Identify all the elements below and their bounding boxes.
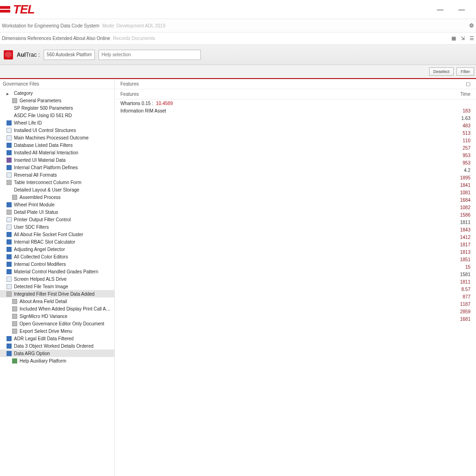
sidebar-item[interactable]: Data ARG Option bbox=[0, 350, 114, 357]
sidebar-item[interactable]: ▸Category bbox=[0, 89, 114, 97]
gray-icon bbox=[12, 299, 17, 304]
sidebar-item[interactable]: SignMicro HD Variance bbox=[0, 312, 114, 320]
table-row[interactable]: 1811 bbox=[115, 278, 476, 285]
sidebar-item[interactable]: Help Auxiliary Platform bbox=[0, 357, 114, 364]
sidebar-item[interactable]: Installed All Material Interaction bbox=[0, 149, 114, 156]
sidebar-item[interactable]: Internal Chart Platform Defines bbox=[0, 164, 114, 171]
sidebar-item[interactable]: Internal RBAC Slot Calculator bbox=[0, 238, 114, 245]
table-row[interactable]: Whartons 0.15 :10.4589 bbox=[115, 99, 476, 107]
brand-strip: TEL — — bbox=[0, 0, 476, 19]
close-panel-icon[interactable]: ▢ bbox=[466, 81, 470, 87]
table-row[interactable]: 1581 bbox=[115, 271, 476, 278]
table-row[interactable]: 1895 bbox=[115, 174, 476, 181]
table-row[interactable]: Information RIM Asset183 bbox=[115, 107, 476, 114]
sidebar-item-label: Integrated Filter First Drive Data Added bbox=[14, 291, 94, 297]
row-value: 1081 bbox=[452, 190, 470, 195]
table-row[interactable]: 1187 bbox=[115, 300, 476, 308]
table-row[interactable]: 1684 bbox=[115, 196, 476, 204]
box-icon bbox=[7, 284, 12, 289]
title-text: Workstation for Engineering Data Code Sy… bbox=[2, 23, 99, 28]
table-row[interactable]: 257 bbox=[115, 144, 476, 152]
col-features: Features bbox=[120, 92, 452, 97]
table-row[interactable]: 483 bbox=[115, 122, 476, 129]
table-row[interactable]: 1817 bbox=[115, 241, 476, 248]
sidebar-item[interactable]: Installed UI Control Structures bbox=[0, 126, 114, 134]
sidebar-item[interactable]: Internal Control Modifiers bbox=[0, 260, 114, 268]
sidebar-item[interactable]: General Parameters bbox=[0, 97, 114, 104]
gray-icon bbox=[12, 314, 17, 319]
sidebar-item[interactable]: All Collected Color Editors bbox=[0, 253, 114, 260]
table-row[interactable]: 8.57 bbox=[115, 285, 476, 293]
sidebar-item[interactable]: Export Select Drive Menu bbox=[0, 327, 114, 335]
table-row[interactable]: 1843 bbox=[115, 226, 476, 233]
gray-icon bbox=[12, 195, 17, 200]
sidebar-item[interactable]: ASDC File Using ID 561 RD bbox=[0, 112, 114, 119]
menu-text[interactable]: Dimensions References Extended About Als… bbox=[2, 36, 110, 41]
row-value: 1841 bbox=[452, 183, 470, 188]
sidebar-item[interactable]: SP Register 500 Parameters bbox=[0, 104, 114, 112]
table-row[interactable]: 110 bbox=[115, 137, 476, 144]
sidebar-item[interactable]: Main Machines Processed Outcome bbox=[0, 134, 114, 141]
menu-faded[interactable]: Records Documents bbox=[113, 36, 155, 41]
table-row[interactable]: 1586 bbox=[115, 211, 476, 218]
table-row[interactable]: 953 bbox=[115, 152, 476, 159]
sidebar-item[interactable]: Open Governance Editor Only Document bbox=[0, 320, 114, 327]
table-row[interactable]: 4.2 bbox=[115, 166, 476, 174]
sidebar-item[interactable]: Assembled Process bbox=[0, 193, 114, 201]
collapse-icon[interactable]: ⇲ bbox=[461, 35, 465, 41]
sidebar-item[interactable]: Detected File Team Image bbox=[0, 283, 114, 290]
toolbar-input-b[interactable] bbox=[99, 50, 201, 60]
sidebar-item[interactable]: Reversal All Formats bbox=[0, 171, 114, 178]
layout-icon[interactable]: ▦ bbox=[451, 35, 456, 41]
sidebar-item[interactable]: Wheel Life ID bbox=[0, 119, 114, 126]
table-row[interactable]: 953 bbox=[115, 159, 476, 166]
table-row[interactable]: 1.63 bbox=[115, 114, 476, 122]
table-row[interactable]: 1681 bbox=[115, 315, 476, 323]
table-row[interactable]: 513 bbox=[115, 129, 476, 137]
sidebar-item[interactable]: Included When Added Display Print Call A… bbox=[0, 305, 114, 312]
table-row[interactable]: 1851 bbox=[115, 256, 476, 263]
sidebar-item[interactable]: Printer Output Filter Control bbox=[0, 216, 114, 223]
table-row[interactable]: 877 bbox=[115, 293, 476, 300]
filter-button[interactable]: Filter bbox=[456, 67, 474, 76]
row-value: 1581 bbox=[452, 272, 470, 277]
restore-button[interactable]: — bbox=[458, 6, 465, 13]
sidebar-item[interactable]: Adjusting Angel Detector bbox=[0, 245, 114, 253]
sidebar-item[interactable]: ADR Legal Edit Data Filtered bbox=[0, 335, 114, 342]
sidebar-item[interactable]: Screen Helped ALS Drive bbox=[0, 275, 114, 283]
gray-icon bbox=[12, 98, 17, 103]
sidebar-item[interactable]: Table Interconnect Column Form bbox=[0, 178, 114, 186]
table-row[interactable]: 1412 bbox=[115, 233, 476, 241]
gray-icon bbox=[12, 306, 17, 311]
settings-icon[interactable]: ⚙ bbox=[469, 22, 474, 29]
blue-icon bbox=[7, 344, 12, 349]
table-row[interactable]: 1082 bbox=[115, 204, 476, 211]
sidebar-item[interactable]: All About File Socket Font Cluster bbox=[0, 231, 114, 238]
row-value: 1187 bbox=[452, 302, 470, 307]
table-row[interactable]: 1813 bbox=[115, 248, 476, 256]
help-icon[interactable]: ☰ bbox=[469, 35, 474, 41]
sidebar-item-label: All About File Socket Font Cluster bbox=[14, 232, 83, 237]
table-row[interactable]: 1841 bbox=[115, 181, 476, 189]
sidebar-item-label: Material Control Handled Grades Pattern bbox=[14, 269, 98, 274]
deselect-button[interactable]: Deselect bbox=[429, 67, 454, 76]
sidebar-item[interactable]: Integrated Filter First Drive Data Added bbox=[0, 290, 114, 298]
sidebar-item[interactable]: Inserted UI Material Data bbox=[0, 156, 114, 164]
minimize-button[interactable]: — bbox=[437, 6, 443, 13]
sidebar-item[interactable]: Wheel Print Module bbox=[0, 201, 114, 208]
sidebar-item[interactable]: Detail Plate UI Status bbox=[0, 208, 114, 216]
table-row[interactable]: 15 bbox=[115, 263, 476, 271]
table-row[interactable]: 2859 bbox=[115, 308, 476, 315]
sidebar-item[interactable]: User SDC Filters bbox=[0, 223, 114, 231]
table-row[interactable]: 1811 bbox=[115, 218, 476, 226]
sidebar-item[interactable]: Data 3 Object Worked Details Ordered bbox=[0, 342, 114, 350]
table-row[interactable]: 1081 bbox=[115, 189, 476, 196]
sidebar-item[interactable]: Database Listed Data Filters bbox=[0, 141, 114, 149]
toolbar-input-a[interactable] bbox=[44, 50, 95, 60]
sidebar-item-label: Adjusting Angel Detector bbox=[14, 247, 65, 252]
sidebar-item-label: Data 3 Object Worked Details Ordered bbox=[14, 344, 93, 349]
sidebar-item[interactable]: Detailed Layout & User Storage bbox=[0, 186, 114, 193]
sidebar-item[interactable]: Material Control Handled Grades Pattern bbox=[0, 268, 114, 275]
sidebar-item[interactable]: About Area Field Detail bbox=[0, 298, 114, 305]
row-value: 877 bbox=[452, 294, 470, 299]
